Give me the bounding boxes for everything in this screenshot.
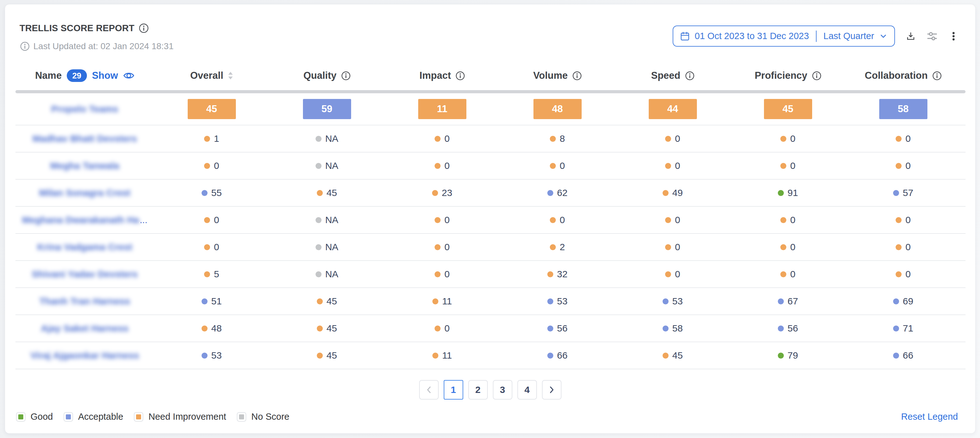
score-level-dot — [317, 353, 323, 358]
score-value: 53 — [672, 296, 683, 307]
summary-score-chip[interactable]: 45 — [188, 99, 236, 119]
summary-score-chip[interactable]: 59 — [303, 99, 351, 119]
legend-label: Acceptable — [78, 411, 123, 422]
score-cell: 32 — [547, 269, 568, 279]
row-name-link[interactable]: Milan Sonagra Crest — [39, 188, 130, 198]
score-level-dot — [432, 190, 438, 196]
score-value: 79 — [788, 350, 798, 361]
score-value: 0 — [444, 215, 450, 225]
score-value: 0 — [905, 160, 911, 171]
show-link[interactable]: Show — [92, 70, 118, 81]
summary-score-chip[interactable]: 11 — [418, 99, 466, 119]
score-cell: 0 — [204, 242, 219, 252]
score-level-dot — [317, 325, 323, 331]
score-value: 45 — [326, 296, 337, 307]
score-cell: 53 — [663, 296, 683, 307]
row-name-link[interactable]: Viraj Ajgaonkar Harness — [30, 350, 139, 361]
summary-score-chip[interactable]: 45 — [764, 99, 812, 119]
score-value: 0 — [675, 160, 680, 171]
score-value: 91 — [788, 188, 798, 198]
date-range-button[interactable]: 01 Oct 2023 to 31 Dec 2023 Last Quarter — [673, 25, 895, 47]
info-icon[interactable] — [812, 71, 821, 80]
score-cell: 56 — [778, 323, 798, 334]
row-name-link[interactable]: Ajay Saket Harness — [41, 323, 129, 334]
summary-score-value: 45 — [783, 104, 793, 115]
score-level-dot — [434, 325, 441, 331]
row-name-link[interactable]: Meghana Dwarakanath Ha — [22, 215, 139, 225]
score-value: 69 — [903, 296, 913, 307]
info-icon[interactable] — [685, 71, 694, 80]
column-header-overall[interactable]: Overall — [154, 70, 269, 81]
pagination-prev-button[interactable] — [419, 380, 439, 400]
summary-score-chip[interactable]: 58 — [879, 99, 928, 119]
summary-score-chip[interactable]: 44 — [649, 99, 697, 119]
pagination-page-1[interactable]: 1 — [444, 380, 463, 400]
legend-item-no_score[interactable]: No Score — [237, 411, 290, 422]
score-level-dot — [315, 217, 321, 223]
legend-checkbox[interactable] — [64, 412, 73, 422]
row-name-link[interactable]: Krina Vadgama Crest — [37, 242, 132, 252]
score-level-dot — [893, 190, 899, 196]
column-label: Speed — [651, 70, 680, 81]
score-value: 45 — [326, 188, 337, 198]
legend-item-acceptable[interactable]: Acceptable — [64, 411, 123, 422]
row-name-link[interactable]: Shivani Yadav Devsters — [32, 269, 138, 279]
legend-checkbox[interactable] — [134, 412, 143, 422]
settings-sliders-icon[interactable] — [926, 30, 938, 42]
more-options-icon[interactable] — [948, 31, 959, 41]
score-value: NA — [325, 133, 339, 144]
score-value: 45 — [672, 350, 683, 361]
score-cell: 58 — [663, 323, 683, 334]
summary-score-chip[interactable]: 48 — [533, 99, 582, 119]
score-cell: 0 — [896, 242, 911, 252]
row-name-link[interactable]: Propelo Teams — [51, 104, 118, 115]
score-cell: NA — [315, 133, 339, 144]
score-level-dot — [665, 217, 671, 223]
toolbar: 01 Oct 2023 to 31 Dec 2023 Last Quarter — [673, 25, 959, 47]
score-level-dot — [550, 136, 556, 142]
score-level-dot — [780, 271, 786, 277]
score-cell: 0 — [550, 160, 565, 171]
score-cell: 0 — [780, 242, 795, 252]
score-level-dot — [433, 298, 438, 304]
score-cell: 5 — [204, 269, 219, 279]
score-level-dot — [663, 298, 668, 304]
download-icon[interactable] — [905, 31, 916, 41]
score-cell: 11 — [433, 296, 452, 307]
row-name-link[interactable]: Thanh Tran Harness — [39, 296, 130, 307]
reset-legend-link[interactable]: Reset Legend — [901, 411, 958, 422]
info-icon[interactable] — [932, 71, 942, 80]
score-level-dot — [663, 190, 668, 196]
eye-icon[interactable] — [123, 71, 134, 80]
legend-item-good[interactable]: Good — [16, 411, 53, 422]
legend-items: GoodAcceptableNeed ImprovementNo Score — [16, 411, 300, 422]
pagination-page-2[interactable]: 2 — [468, 380, 488, 400]
legend-color-swatch — [239, 414, 244, 419]
info-icon[interactable] — [573, 71, 582, 80]
title-info-icon[interactable] — [139, 23, 149, 33]
legend-checkbox[interactable] — [16, 412, 25, 422]
row-name-link[interactable]: Madhav Bhatt Devsters — [32, 133, 137, 144]
legend-checkbox[interactable] — [237, 412, 246, 422]
info-icon[interactable] — [456, 71, 465, 80]
score-cell: 11 — [433, 350, 452, 361]
score-level-dot — [202, 325, 207, 331]
column-label: Collaboration — [865, 70, 928, 81]
score-cell: 0 — [896, 215, 911, 225]
sort-icon[interactable] — [228, 72, 233, 80]
pagination-page-4[interactable]: 4 — [517, 380, 537, 400]
column-label: Overall — [190, 70, 223, 81]
row-name-link[interactable]: Megha Tanwala — [50, 160, 119, 171]
score-level-dot — [547, 353, 553, 358]
score-value: 56 — [788, 323, 798, 334]
last-updated-text: Last Updated at: 02 Jan 2024 18:31 — [33, 41, 173, 51]
table-header-row: Name 29 Show OverallQualityImpactVolumeS… — [16, 64, 966, 87]
info-icon[interactable] — [341, 71, 350, 80]
score-value: 0 — [790, 269, 795, 279]
legend-item-need_improvement[interactable]: Need Improvement — [134, 411, 226, 422]
score-value: 0 — [444, 160, 450, 171]
score-cell: 0 — [550, 215, 565, 225]
pagination-page-3[interactable]: 3 — [493, 380, 512, 400]
table-row: Krina Vadgama Crest0NA02000 — [16, 234, 966, 261]
pagination-next-button[interactable] — [542, 380, 562, 400]
